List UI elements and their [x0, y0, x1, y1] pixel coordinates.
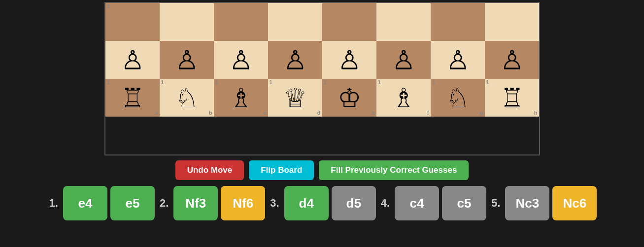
flip-button[interactable]: Flip Board [249, 160, 314, 180]
rank-label-1: 1 [486, 80, 489, 85]
piece-9817: ♙ [392, 47, 415, 73]
piece-9817: ♙ [229, 47, 253, 73]
move-number: 4. [381, 197, 390, 210]
board-cell-r2c6[interactable]: 1♘g [431, 79, 485, 117]
piece-9817: ♙ [121, 47, 144, 73]
board-cell-r0c1[interactable] [160, 3, 214, 41]
rank-label-1: 1 [432, 80, 435, 85]
piece-9816: ♘ [175, 85, 199, 111]
board-cell-r2c1[interactable]: 1♘b [160, 79, 214, 117]
move-tile-c5[interactable]: c5 [442, 186, 486, 220]
piece-9814: ♖ [121, 85, 144, 111]
board-cell-r2c0[interactable]: 1♖a [105, 79, 160, 117]
rank-label-1: 1 [324, 80, 327, 85]
piece-9817: ♙ [338, 47, 361, 73]
board-cell-r2c4[interactable]: 1♔e [322, 79, 376, 117]
file-label-f: f [427, 110, 429, 116]
board-cell-r0c5[interactable] [376, 3, 431, 41]
piece-9817: ♙ [175, 47, 199, 73]
board-cell-r1c3[interactable]: ♙ [268, 41, 322, 79]
file-label-e: e [372, 110, 374, 116]
piece-9817: ♙ [446, 47, 470, 73]
move-number: 5. [491, 197, 500, 210]
board-cell-r2c2[interactable]: 1♗c [214, 79, 268, 117]
move-tile-nc6[interactable]: Nc6 [552, 186, 597, 220]
board-cell-r1c4[interactable]: ♙ [322, 41, 376, 79]
file-label-d: d [317, 110, 321, 116]
board-cell-r1c0[interactable]: ♙ [105, 41, 160, 79]
piece-9817: ♙ [283, 47, 307, 73]
move-tile-nf3[interactable]: Nf3 [173, 186, 218, 220]
board-cell-r0c7[interactable] [485, 3, 539, 41]
piece-9816: ♘ [446, 85, 470, 111]
board-cell-r1c7[interactable]: ♙ [485, 41, 539, 79]
move-tile-c4[interactable]: c4 [395, 186, 439, 220]
board-cell-r0c4[interactable] [322, 3, 376, 41]
move-tile-d4[interactable]: d4 [284, 186, 329, 220]
piece-9815: ♗ [392, 85, 415, 111]
move-tile-d5[interactable]: d5 [332, 186, 376, 220]
piece-9814: ♖ [500, 85, 524, 111]
file-label-c: c [263, 110, 266, 116]
move-number: 1. [49, 197, 58, 210]
board-cell-r2c5[interactable]: 1♗f [376, 79, 431, 117]
move-tile-nc3[interactable]: Nc3 [505, 186, 549, 220]
move-tile-e4[interactable]: e4 [63, 186, 107, 220]
undo-button[interactable]: Undo Move [175, 160, 244, 180]
rank-label-1: 1 [161, 80, 164, 85]
board-cell-r1c5[interactable]: ♙ [376, 41, 431, 79]
board-cell-r1c2[interactable]: ♙ [214, 41, 268, 79]
file-label-h: h [534, 110, 538, 116]
rank-label-1: 1 [378, 80, 381, 85]
move-number: 3. [270, 197, 279, 210]
rank-label-1: 1 [270, 80, 272, 85]
file-label-b: b [209, 110, 212, 116]
button-row: Undo Move Flip Board Fill Previously Cor… [175, 160, 469, 180]
rank-label-1: 1 [215, 80, 218, 85]
board-cell-r0c0[interactable]: 3 [105, 3, 160, 41]
move-tile-nf6[interactable]: Nf6 [221, 186, 265, 220]
piece-9817: ♙ [500, 47, 524, 73]
board-cell-r0c2[interactable] [214, 3, 268, 41]
board-section: 3♙♙♙♙♙♙♙♙1♖a1♘b1♗c1♕d1♔e1♗f1♘g1♖h [104, 0, 540, 155]
rank-label-3: 3 [107, 4, 110, 9]
board-cell-r2c7[interactable]: 1♖h [485, 79, 539, 117]
moves-row: 1.e4e52.Nf3Nf63.d4d54.c4c55.Nc3Nc6 [37, 186, 607, 220]
chess-board: 3♙♙♙♙♙♙♙♙1♖a1♘b1♗c1♕d1♔e1♗f1♘g1♖h [104, 2, 540, 155]
move-tile-e5[interactable]: e5 [110, 186, 155, 220]
piece-9813: ♕ [283, 85, 307, 111]
rank-label-1: 1 [107, 80, 110, 85]
board-cell-r0c3[interactable] [268, 3, 322, 41]
board-cell-r1c1[interactable]: ♙ [160, 41, 214, 79]
file-label-g: g [480, 110, 483, 116]
chess-board-wrapper: 3♙♙♙♙♙♙♙♙1♖a1♘b1♗c1♕d1♔e1♗f1♘g1♖h [104, 2, 540, 155]
board-cell-r2c3[interactable]: 1♕d [268, 79, 322, 117]
fill-button[interactable]: Fill Previously Correct Guesses [319, 160, 469, 180]
file-label-a: a [155, 110, 158, 116]
board-cell-r1c6[interactable]: ♙ [431, 41, 485, 79]
board-cell-r0c6[interactable] [431, 3, 485, 41]
piece-9815: ♗ [229, 85, 253, 111]
move-number: 2. [160, 197, 169, 210]
piece-9812: ♔ [338, 85, 361, 111]
